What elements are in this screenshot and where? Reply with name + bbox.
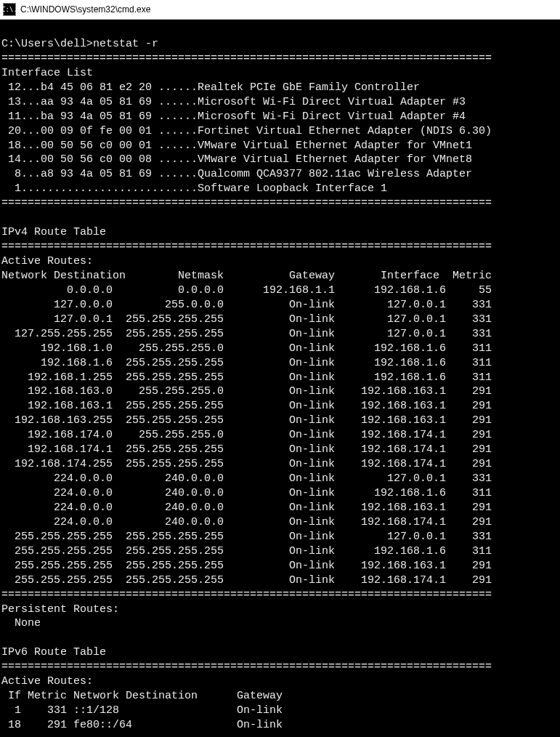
terminal-output[interactable]: C:\Users\dell>netstat -r ===============… bbox=[0, 20, 560, 737]
window-titlebar: C:\. C:\WINDOWS\system32\cmd.exe bbox=[0, 0, 560, 20]
window-title: C:\WINDOWS\system32\cmd.exe bbox=[20, 4, 150, 15]
cmd-icon: C:\. bbox=[3, 3, 16, 16]
